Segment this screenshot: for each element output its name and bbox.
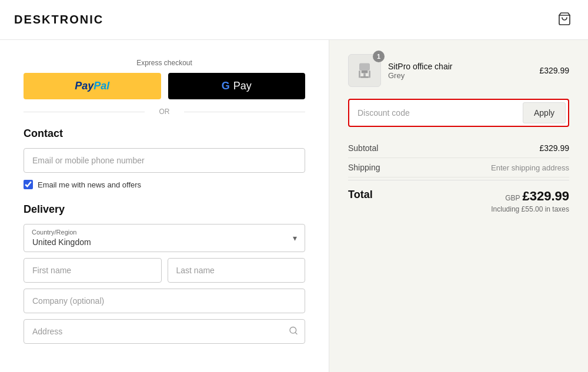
newsletter-row: Email me with news and offers <box>24 180 305 189</box>
apply-discount-button[interactable]: Apply <box>523 102 566 123</box>
total-amount: £329.99 <box>522 189 569 203</box>
express-checkout-buttons: PayPal G Pay <box>24 73 305 99</box>
company-input[interactable] <box>24 289 305 313</box>
newsletter-label: Email me with news and offers <box>38 180 141 189</box>
paypal-label: PayPal <box>75 80 109 92</box>
or-divider: OR <box>24 108 305 116</box>
svg-rect-6 <box>360 76 369 78</box>
svg-rect-7 <box>359 71 360 78</box>
cart-icon <box>557 12 572 26</box>
order-item-left: 1 SitPro office chair Grey <box>348 54 452 87</box>
shipping-row: Shipping Enter shipping address <box>348 158 569 177</box>
right-panel: 1 SitPro office chair Grey £3 <box>329 40 588 372</box>
svg-rect-8 <box>369 71 370 78</box>
address-wrapper <box>24 319 305 344</box>
delivery-heading: Delivery <box>24 203 305 216</box>
product-variant: Grey <box>388 71 452 80</box>
logo: DESKTRONIC <box>14 13 103 26</box>
country-label: Country/Region <box>32 229 76 236</box>
order-item-info: SitPro office chair Grey <box>388 62 452 80</box>
shipping-value: Enter shipping address <box>491 163 569 172</box>
total-label: Total <box>348 189 373 201</box>
name-row <box>24 258 305 283</box>
last-name-input[interactable] <box>168 258 306 283</box>
first-name-input[interactable] <box>24 258 162 283</box>
subtotal-value: £329.99 <box>539 143 569 153</box>
gpay-button[interactable]: G Pay <box>168 73 306 99</box>
gpay-pay-label: Pay <box>233 80 252 92</box>
svg-rect-3 <box>359 63 370 71</box>
country-select-wrapper: Country/Region United Kingdom ▾ <box>24 224 305 252</box>
chair-icon <box>354 60 375 81</box>
order-item: 1 SitPro office chair Grey £3 <box>348 54 569 87</box>
email-input[interactable] <box>24 148 305 173</box>
contact-heading: Contact <box>24 128 305 140</box>
main-layout: Express checkout PayPal G Pay OR Contact… <box>0 40 588 372</box>
product-price: £329.99 <box>539 66 569 75</box>
discount-section: Apply <box>348 99 569 127</box>
paypal-button[interactable]: PayPal <box>24 73 161 99</box>
subtotal-label: Subtotal <box>348 143 378 153</box>
contact-section: Contact Email me with news and offers <box>24 128 305 189</box>
tax-note: Including £55.00 in taxes <box>491 205 569 213</box>
discount-code-input[interactable] <box>352 102 518 123</box>
header: DESKTRONIC <box>0 0 588 40</box>
total-currency: GBP <box>505 194 520 202</box>
express-checkout-label: Express checkout <box>24 59 305 67</box>
gpay-g-logo: G <box>222 80 230 92</box>
cart-button[interactable] <box>555 9 574 30</box>
total-row: Total GBP£329.99 Including £55.00 in tax… <box>348 180 569 216</box>
shipping-label: Shipping <box>348 163 380 172</box>
product-name: SitPro office chair <box>388 62 452 71</box>
product-thumbnail: 1 <box>348 54 381 87</box>
newsletter-checkbox[interactable] <box>24 180 33 189</box>
delivery-section: Delivery Country/Region United Kingdom ▾ <box>24 203 305 344</box>
total-right: GBP£329.99 Including £55.00 in taxes <box>491 189 569 213</box>
address-input[interactable] <box>24 319 305 344</box>
subtotal-row: Subtotal £329.99 <box>348 139 569 158</box>
left-panel: Express checkout PayPal G Pay OR Contact… <box>0 40 329 372</box>
svg-rect-4 <box>362 71 368 73</box>
product-quantity-badge: 1 <box>373 51 385 62</box>
